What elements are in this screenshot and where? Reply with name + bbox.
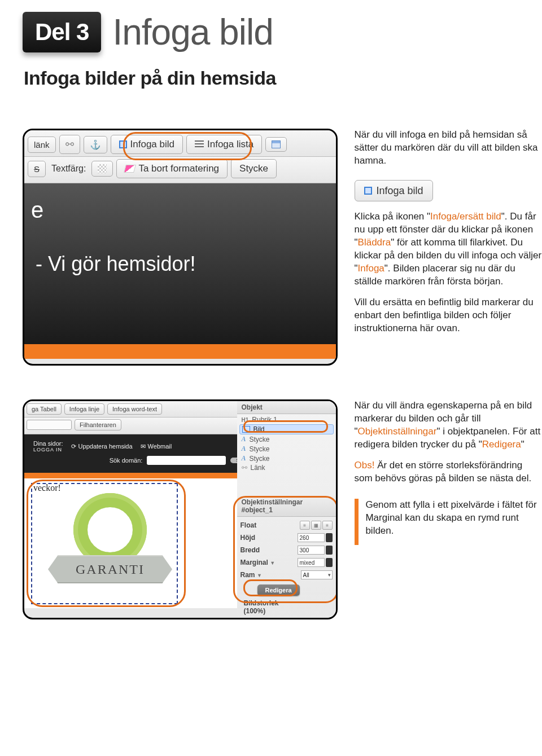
webmail-link[interactable]: ✉Webmail	[141, 443, 172, 450]
height-input[interactable]: 260	[298, 533, 325, 542]
unlink-button[interactable]: ⚯	[59, 135, 80, 154]
orange-strip	[24, 344, 336, 359]
float-right[interactable]: ≡	[322, 521, 333, 530]
instr1-p1: När du vill infoga en bild på hemsidan s…	[355, 129, 542, 168]
insert-table-button[interactable]	[265, 137, 287, 152]
instr2-p2: Obs! Är det en större storleksförändring…	[355, 459, 542, 485]
textcolor-label: Textfärg:	[49, 164, 88, 174]
width-input[interactable]: 300	[298, 546, 325, 555]
color-swatch-icon	[98, 164, 107, 173]
preview-letter: e	[31, 197, 43, 223]
prop-width: Bredd300	[241, 544, 333, 556]
domain-search-input[interactable]	[147, 456, 226, 465]
veckor-text: veckor!	[33, 483, 61, 493]
filemanager-button[interactable]: Filhanteraren	[75, 419, 121, 430]
object-item-para[interactable]: AStycke	[239, 434, 334, 444]
preview-text: - Vi gör hemsidor!	[36, 252, 195, 276]
prop-margin: Marginal ▼mixed	[241, 556, 333, 569]
para-icon: A	[242, 435, 246, 443]
textcolor-button[interactable]	[91, 161, 113, 177]
table-icon	[272, 140, 281, 148]
page-title: Infoga bild	[112, 11, 273, 53]
part-chip: Del 3	[23, 12, 101, 52]
prop-height: Höjd260	[241, 531, 333, 544]
image-size-label: Bildstorlek	[244, 599, 329, 607]
object-list: H1Rubrik 1 Bild AStycke AStycke AStycke …	[237, 414, 336, 476]
screenshot-object-panel: ga Tabell Infoga linje Infoga word-text …	[23, 399, 338, 619]
mail-icon: ✉	[141, 443, 146, 450]
instr2-p1: När du vill ändra egenskaperna på en bil…	[355, 399, 542, 451]
callout-text: Genom att fylla i ett pixelvärde i fälte…	[365, 499, 542, 538]
insert-image-button[interactable]: Infoga bild	[111, 135, 183, 154]
para-icon: A	[242, 454, 246, 463]
image-size-value: (100%)	[244, 607, 329, 615]
prop-float: Float≡▦≡	[241, 519, 333, 531]
margin-stepper[interactable]	[326, 558, 333, 567]
update-link[interactable]: ⟳Uppdatera hemsida	[71, 443, 133, 450]
float-none[interactable]: ▦	[311, 521, 321, 530]
para-icon: A	[242, 445, 246, 453]
object-item-para[interactable]: AStycke	[239, 454, 334, 463]
search-domain-label: Sök domän:	[110, 457, 143, 464]
eraser-icon	[124, 165, 136, 173]
border-select[interactable]: All	[301, 570, 333, 579]
insert-table-small[interactable]: ga Tabell	[27, 403, 62, 415]
link-button[interactable]: länk	[28, 137, 56, 153]
float-left[interactable]: ≡	[300, 521, 310, 530]
image-icon	[242, 426, 250, 433]
object-panel-header: Objekt	[237, 401, 336, 414]
callout-bar-icon	[355, 499, 359, 546]
insert-word-small[interactable]: Infoga word-text	[107, 403, 162, 415]
list-icon	[195, 140, 204, 148]
link-icon: ⚯	[242, 464, 247, 472]
editor-preview: e - Vi gör hemsidor!	[24, 183, 336, 344]
image-icon	[119, 140, 127, 148]
selected-image[interactable]: veckor! GARANTI	[31, 483, 178, 604]
instructions-2: När du vill ändra egenskaperna på en bil…	[355, 399, 542, 545]
margin-input[interactable]: mixed	[298, 558, 325, 567]
instr1-p3: Vill du ersätta en befintlig bild marker…	[355, 296, 542, 335]
height-stepper[interactable]	[326, 533, 333, 542]
login-link[interactable]: LOGGA IN	[33, 447, 63, 452]
edit-button[interactable]: Redigera	[257, 584, 300, 596]
paragraph-selector[interactable]: Stycke	[231, 159, 277, 178]
insert-line-small[interactable]: Infoga linje	[64, 403, 104, 415]
anchor-button[interactable]: ⚓	[84, 136, 107, 153]
image-icon	[364, 187, 372, 195]
object-settings-header: Objektinställningar #object_1	[237, 496, 336, 517]
instructions-1: När du vill infoga en bild på hemsidan s…	[355, 129, 542, 343]
anchor-icon: ⚓	[90, 139, 101, 150]
width-stepper[interactable]	[326, 546, 333, 555]
callout-tip: Genom att fylla i ett pixelvärde i fälte…	[355, 499, 542, 546]
object-item-image[interactable]: Bild	[239, 424, 334, 434]
style-select[interactable]	[27, 420, 72, 430]
object-item-link[interactable]: ⚯Länk	[239, 463, 334, 472]
refresh-icon: ⟳	[71, 443, 76, 450]
mini-insert-image-button[interactable]: Infoga bild	[355, 180, 433, 201]
unlink-icon: ⚯	[65, 138, 74, 151]
dina-sidor-label: Dina sidor:	[33, 440, 63, 447]
garanti-ribbon: GARANTI	[48, 555, 172, 583]
object-item-heading[interactable]: H1Rubrik 1	[239, 415, 334, 424]
object-item-para[interactable]: AStycke	[239, 444, 334, 454]
prop-border: Ram ▼All	[241, 569, 333, 581]
screenshot-toolbar: länk ⚯ ⚓ Infoga bild Infoga lista S Text…	[23, 129, 338, 366]
insert-list-button[interactable]: Infoga lista	[186, 135, 262, 154]
remove-format-button[interactable]: Ta bort formatering	[116, 159, 228, 178]
strikethrough-button[interactable]: S	[28, 161, 46, 177]
h1-icon: H1	[242, 417, 249, 423]
page-subtitle: Infoga bilder på din hemsida	[24, 67, 542, 89]
instr1-p2: Klicka på ikonen "Infoga/ersätt bild". D…	[355, 210, 542, 288]
